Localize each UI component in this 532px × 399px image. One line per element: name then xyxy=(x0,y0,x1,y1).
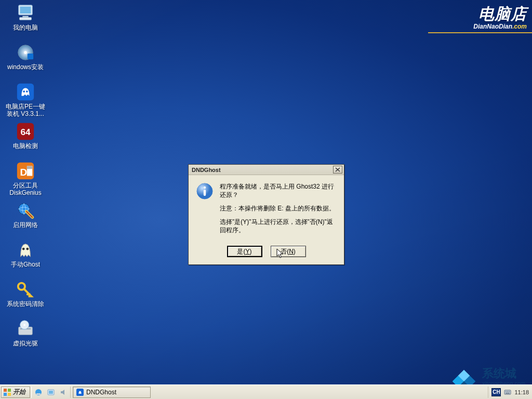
globe-net-icon xyxy=(16,201,35,220)
icon-diskgenius[interactable]: D 分区工具DiskGenius xyxy=(3,161,48,200)
quick-launch xyxy=(31,387,71,398)
icon-manual-ghost[interactable]: 手动Ghost xyxy=(3,240,48,278)
brand-underline xyxy=(428,32,532,33)
dialog-text: 程序准备就绪，是否马上用 Ghost32 进行还原？ 注意：本操作将删除 E: … xyxy=(220,182,337,240)
svg-rect-41 xyxy=(504,390,511,394)
icon-label: 手动Ghost xyxy=(11,261,40,268)
icon-my-computer[interactable]: 我的电脑 xyxy=(3,3,48,42)
dialog-buttons: 是(Y) 否(N) xyxy=(189,243,344,264)
monitor-icon xyxy=(16,3,35,23)
svg-point-8 xyxy=(23,90,25,92)
dndghost-dialog: DNDGhost 程序准备就绪，是否马上用 Ghost32 进行还原？ 注意：本… xyxy=(188,164,344,265)
taskbar-clock[interactable]: 11:18 xyxy=(514,389,529,395)
diskgenius-icon: D xyxy=(16,161,35,181)
icon-label: 虚拟光驱 xyxy=(13,340,38,347)
dialog-line1: 程序准备就绪，是否马上用 Ghost32 进行还原？ xyxy=(220,182,337,199)
svg-point-5 xyxy=(24,51,27,54)
svg-rect-43 xyxy=(507,391,508,392)
language-indicator[interactable]: CH xyxy=(491,388,501,396)
no-label: 否 xyxy=(281,247,287,256)
icon-dnd-pe[interactable]: 电脑店PE一键装机 V3.3.1... xyxy=(3,82,48,121)
start-label: 开始 xyxy=(13,388,25,396)
svg-rect-3 xyxy=(20,18,32,20)
windows-flag-icon xyxy=(4,389,11,396)
yes-accel: Y xyxy=(245,248,249,255)
watermark-cn: 系统城 xyxy=(482,367,516,380)
brand-en: DianNaoDian.com xyxy=(473,23,527,30)
icon-windows-install[interactable]: windows安装 xyxy=(3,43,48,81)
icon-virtual-drive[interactable]: 虚拟光驱 xyxy=(3,319,48,357)
icon-label: 启用网络 xyxy=(13,221,38,229)
ghost-white-icon xyxy=(16,240,35,260)
sixtyfour-icon: 64 xyxy=(16,122,35,141)
taskbar-item-dndghost[interactable]: DNDGhost xyxy=(73,387,151,398)
no-accel: N xyxy=(289,248,294,255)
dialog-titlebar[interactable]: DNDGhost xyxy=(189,165,344,175)
dialog-line2: 注意：本操作将删除 E: 盘上的所有数据。 xyxy=(220,204,337,212)
svg-rect-39 xyxy=(49,391,53,394)
yes-label: 是 xyxy=(237,247,243,256)
svg-rect-34 xyxy=(4,393,7,396)
system-tray: CH 11:18 xyxy=(488,387,532,398)
svg-rect-45 xyxy=(506,393,510,394)
svg-rect-44 xyxy=(509,391,510,392)
svg-point-18 xyxy=(26,248,29,250)
close-button[interactable] xyxy=(333,166,342,174)
brand-en-prefix: DianNaoDian xyxy=(473,23,512,30)
dialog-title: DNDGhost xyxy=(190,167,333,173)
icon-label: 分区工具DiskGenius xyxy=(4,182,47,196)
svg-rect-37 xyxy=(36,393,41,395)
svg-rect-35 xyxy=(8,393,11,396)
brand-cn: 电脑店 xyxy=(473,6,527,22)
start-button[interactable]: 开始 xyxy=(1,387,30,398)
svg-text:64: 64 xyxy=(20,127,31,137)
svg-point-23 xyxy=(23,324,25,326)
icon-label: 电脑检测 xyxy=(13,142,38,150)
icon-label: 电脑店PE一键装机 V3.3.1... xyxy=(4,103,47,117)
brand-en-suffix: .com xyxy=(512,23,527,30)
opt-drive-icon xyxy=(16,319,35,339)
ql-explorer-icon[interactable] xyxy=(46,388,56,397)
task-item-label: DNDGhost xyxy=(86,389,116,396)
taskbar: 开始 DNDGhost CH 11:18 xyxy=(0,384,532,399)
svg-point-9 xyxy=(26,90,28,92)
icon-pc-detect[interactable]: 64 电脑检测 xyxy=(3,122,48,160)
svg-rect-15 xyxy=(27,166,32,169)
task-app-icon xyxy=(76,389,84,396)
yes-button[interactable]: 是(Y) xyxy=(227,246,262,257)
icon-label: 我的电脑 xyxy=(13,24,38,31)
svg-point-26 xyxy=(204,187,206,189)
svg-rect-30 xyxy=(458,370,470,382)
icon-enable-network[interactable]: 启用网络 xyxy=(3,201,48,239)
ql-network-icon[interactable] xyxy=(34,388,43,397)
keyboard-icon[interactable] xyxy=(504,389,511,396)
svg-rect-6 xyxy=(28,54,33,59)
icon-clear-password[interactable]: 系统密码清除 xyxy=(3,280,48,318)
svg-rect-1 xyxy=(20,7,31,14)
svg-point-17 xyxy=(22,248,25,250)
dialog-body: 程序准备就绪，是否马上用 Ghost32 进行还原？ 注意：本操作将删除 E: … xyxy=(189,175,344,243)
svg-rect-32 xyxy=(4,389,7,392)
icon-label: 系统密码清除 xyxy=(7,300,44,308)
desktop-icons: 我的电脑 windows安装 电脑店PE一键装机 V3.3.1... xyxy=(3,3,48,358)
svg-rect-33 xyxy=(8,389,11,392)
key-icon xyxy=(16,280,35,299)
disc-icon xyxy=(16,43,35,62)
svg-text:D: D xyxy=(20,167,28,178)
brand-logo: 电脑店 DianNaoDian.com xyxy=(473,6,527,30)
info-icon xyxy=(196,182,214,200)
svg-rect-27 xyxy=(204,190,206,196)
ql-sound-icon[interactable] xyxy=(59,388,68,397)
svg-rect-42 xyxy=(506,391,507,392)
icon-label: windows安装 xyxy=(7,63,44,71)
no-button[interactable]: 否(N) xyxy=(271,246,306,257)
ghost-blue-icon xyxy=(16,82,35,102)
dialog-line3: 选择"是(Y)"马上进行还原，选择"否(N)"返回程序。 xyxy=(220,218,337,234)
